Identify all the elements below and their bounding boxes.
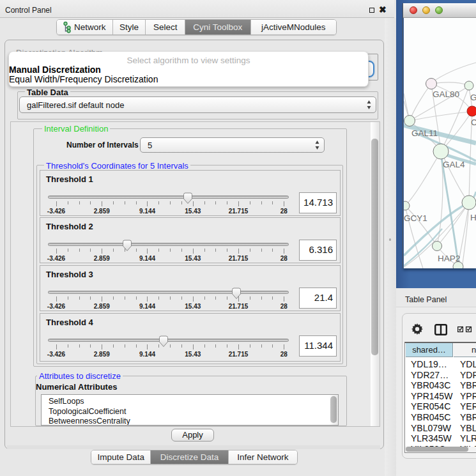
- svg-text:HIS: HIS: [470, 213, 476, 222]
- svg-text:C: C: [471, 118, 476, 127]
- svg-text:GAL80: GAL80: [433, 89, 459, 99]
- svg-text:GCY1: GCY1: [404, 213, 427, 223]
- svg-text:GAL4: GAL4: [443, 160, 465, 169]
- svg-text:GAL11: GAL11: [411, 128, 438, 138]
- svg-text:GAL4: GAL4: [470, 93, 476, 102]
- svg-text:HAP2: HAP2: [438, 254, 460, 263]
